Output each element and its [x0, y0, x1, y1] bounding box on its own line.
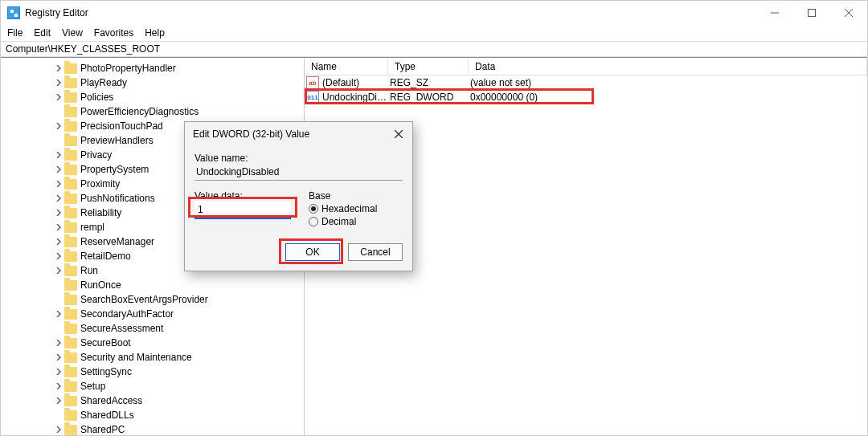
titlebar: Registry Editor: [1, 1, 867, 25]
chevron-right-icon[interactable]: [54, 63, 63, 73]
folder-icon: [64, 266, 77, 276]
chevron-right-icon[interactable]: [54, 222, 63, 232]
tree-node[interactable]: PowerEfficiencyDiagnostics: [1, 104, 304, 119]
folder-icon: [64, 338, 77, 348]
tree-node[interactable]: PhotoPropertyHandler: [1, 61, 304, 75]
ok-label: OK: [305, 247, 319, 258]
tree-node[interactable]: SecureBoot: [1, 336, 304, 350]
folder-icon: [64, 396, 77, 406]
chevron-right-icon[interactable]: [54, 367, 63, 377]
value-row[interactable]: ab(Default)REG_SZ(value not set): [305, 75, 867, 90]
tree-node[interactable]: PlayReady: [1, 75, 304, 90]
edit-dword-dialog: Edit DWORD (32-bit) Value Value name: Un…: [184, 121, 413, 271]
tree-node-label: Reliability: [80, 207, 121, 218]
folder-icon: [64, 165, 77, 175]
folder-icon: [64, 352, 77, 363]
radio-hex-row[interactable]: Hexadecimal: [309, 203, 377, 214]
tree-node-label: Privacy: [80, 149, 112, 161]
tree-node-label: RunOnce: [80, 279, 121, 291]
tree-node[interactable]: SettingSync: [1, 365, 304, 379]
close-button[interactable]: [830, 1, 867, 25]
tree-node-label: PropertySystem: [80, 164, 149, 175]
address-bar[interactable]: Computer\HKEY_CLASSES_ROOT: [1, 41, 867, 57]
tree-node-label: Security and Maintenance: [80, 352, 192, 363]
tree-node[interactable]: Security and Maintenance: [1, 350, 304, 365]
chevron-right-icon[interactable]: [54, 194, 63, 203]
dialog-title: Edit DWORD (32-bit) Value: [193, 128, 309, 140]
chevron-right-icon[interactable]: [54, 352, 63, 362]
dialog-titlebar[interactable]: Edit DWORD (32-bit) Value: [185, 122, 412, 146]
chevron-right-icon[interactable]: [54, 208, 63, 218]
chevron-right-icon[interactable]: [54, 396, 63, 405]
values-header: Name Type Data: [305, 58, 867, 75]
chevron-right-icon[interactable]: [54, 237, 63, 247]
svg-rect-0: [809, 10, 816, 17]
chevron-right-icon[interactable]: [54, 121, 63, 131]
value-data-input[interactable]: [194, 202, 291, 219]
tree-node[interactable]: SecondaryAuthFactor: [1, 307, 304, 321]
folder-icon: [64, 410, 77, 421]
chevron-right-icon[interactable]: [54, 338, 63, 348]
tree-node-label: SharedAccess: [80, 395, 142, 406]
value-name: (Default): [322, 77, 390, 88]
radio-dec[interactable]: [309, 217, 318, 226]
tree-node[interactable]: SharedAccess: [1, 393, 304, 408]
cancel-button[interactable]: Cancel: [348, 243, 403, 261]
folder-icon: [64, 194, 77, 204]
tree-node[interactable]: SecureAssessment: [1, 321, 304, 336]
col-header-data[interactable]: Data: [469, 59, 867, 75]
tree-node-label: SearchBoxEventArgsProvider: [80, 294, 208, 305]
tree-node[interactable]: Policies: [1, 90, 304, 104]
chevron-right-icon[interactable]: [54, 251, 63, 261]
tree-node[interactable]: SearchBoxEventArgsProvider: [1, 292, 304, 307]
folder-icon: [64, 121, 77, 132]
menu-edit[interactable]: Edit: [34, 27, 51, 39]
tree-node-label: RetailDemo: [80, 251, 131, 262]
chevron-right-icon[interactable]: [54, 150, 63, 160]
tree-node-label: rempl: [80, 222, 104, 233]
main-panes: PhotoPropertyHandlerPlayReadyPoliciesPow…: [1, 57, 867, 435]
regedit-icon: [7, 6, 20, 19]
maximize-button[interactable]: [793, 1, 830, 25]
folder-icon: [64, 324, 77, 334]
folder-icon: [64, 63, 77, 74]
folder-icon: [64, 92, 77, 103]
value-name-field[interactable]: UndockingDisabled: [194, 164, 403, 181]
minimize-button[interactable]: [756, 1, 793, 25]
radio-hex-label: Hexadecimal: [321, 203, 377, 214]
menu-help[interactable]: Help: [145, 27, 165, 39]
chevron-right-icon[interactable]: [54, 425, 63, 434]
tree-node[interactable]: RunOnce: [1, 278, 304, 292]
dialog-close-button[interactable]: [390, 125, 407, 143]
chevron-right-icon[interactable]: [54, 92, 63, 102]
chevron-right-icon[interactable]: [54, 78, 63, 88]
radio-hex[interactable]: [309, 204, 318, 214]
col-header-name[interactable]: Name: [305, 59, 388, 75]
tree-node[interactable]: SharedDLLs: [1, 408, 304, 422]
tree-node-label: PhotoPropertyHandler: [80, 63, 176, 74]
value-name-label: Value name:: [194, 153, 403, 164]
folder-icon: [64, 381, 77, 392]
window-controls: [756, 1, 867, 25]
tree-node[interactable]: Setup: [1, 379, 304, 393]
value-data-label: Value data:: [194, 190, 291, 202]
menu-file[interactable]: File: [7, 27, 23, 39]
value-name: UndockingDisab...: [322, 92, 390, 103]
tree-node-label: PushNotifications: [80, 193, 155, 204]
chevron-right-icon[interactable]: [54, 309, 63, 319]
chevron-right-icon[interactable]: [54, 381, 63, 391]
chevron-right-icon[interactable]: [54, 266, 63, 275]
chevron-right-icon[interactable]: [54, 165, 63, 174]
menu-favorites[interactable]: Favorites: [94, 27, 133, 39]
ok-button[interactable]: OK: [285, 243, 340, 261]
chevron-right-icon[interactable]: [54, 179, 63, 189]
tree-node-label: PrecisionTouchPad: [80, 120, 163, 132]
col-header-type[interactable]: Type: [388, 59, 469, 75]
close-icon: [845, 9, 853, 17]
radio-dec-row[interactable]: Decimal: [309, 216, 377, 227]
folder-icon: [64, 179, 77, 189]
value-row[interactable]: 011UndockingDisab...REG_DWORD0x00000000 …: [305, 90, 867, 104]
tree-node[interactable]: SharedPC: [1, 422, 304, 435]
menu-view[interactable]: View: [62, 27, 83, 39]
dword-value-icon: 011: [306, 91, 319, 104]
